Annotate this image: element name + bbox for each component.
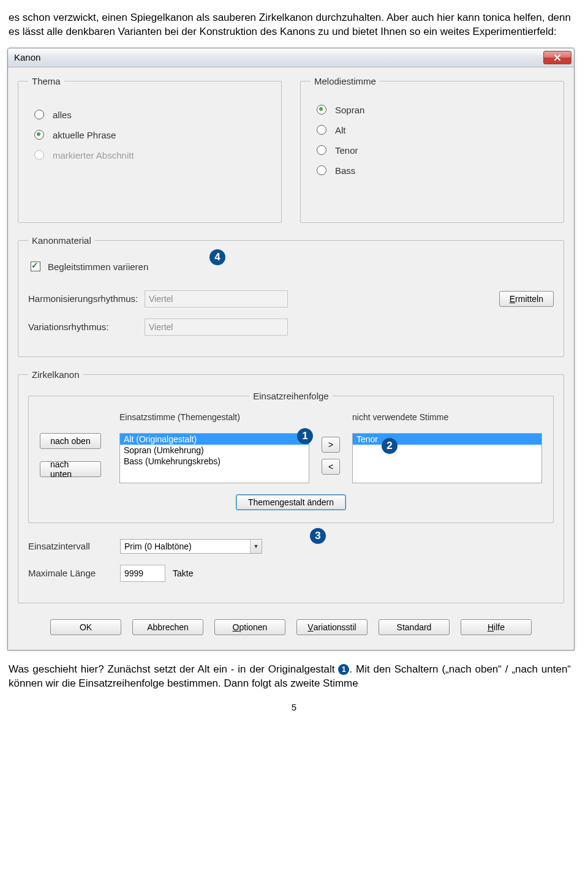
abbrechen-button[interactable]: Abbrechen — [132, 619, 203, 635]
melodiestimme-group: Melodiestimme Sopran Alt Tenor Bass — [300, 76, 564, 223]
hilfe-button[interactable]: Hilfe — [461, 619, 532, 635]
marker-2: 2 — [382, 438, 398, 454]
list-item[interactable]: Sopran (Umkehrung) — [120, 445, 309, 456]
radio-icon — [317, 125, 326, 135]
radio-icon — [34, 110, 44, 119]
thema-markiert: markierter Abschnitt — [34, 150, 271, 160]
harm-rhythmus-input — [145, 290, 288, 307]
move-right-button[interactable]: > — [322, 437, 340, 453]
melodie-tenor[interactable]: Tenor — [317, 145, 554, 156]
page-number: 5 — [0, 702, 588, 721]
nach-oben-button[interactable]: nach oben — [40, 433, 101, 449]
col-nicht-verwendet: nicht verwendete Stimme — [352, 412, 542, 422]
thema-markiert-label: markierter Abschnitt — [53, 150, 134, 160]
nach-unten-button[interactable]: nach unten — [40, 461, 101, 477]
inline-marker-1: 1 — [338, 664, 349, 675]
einsatzstimme-listbox[interactable]: Alt (Originalgestalt) Sopran (Umkehrung)… — [119, 433, 309, 483]
chevron-down-icon[interactable]: ▼ — [250, 540, 262, 553]
kanonmaterial-group: Kanonmaterial Begleitstimmen variieren 4… — [18, 235, 564, 357]
melodie-sopran[interactable]: Sopran — [317, 105, 554, 115]
radio-icon — [34, 150, 44, 160]
ok-button[interactable]: OK — [50, 619, 121, 635]
kanon-dialog: Kanon Thema alles aktuelle Phrase marki — [7, 48, 575, 650]
kanonmaterial-legend: Kanonmaterial — [28, 235, 95, 246]
begleit-label: Begleitstimmen variieren — [48, 262, 148, 272]
marker-1: 1 — [297, 428, 313, 444]
intro-paragraph: es schon verzwickt, einen Spiegelkanon a… — [0, 0, 588, 44]
radio-icon — [317, 165, 326, 175]
radio-icon — [34, 130, 44, 140]
marker-4: 4 — [209, 249, 225, 265]
melodie-alt[interactable]: Alt — [317, 125, 554, 135]
thema-alles[interactable]: alles — [34, 110, 271, 120]
standard-button[interactable]: Standard — [379, 619, 450, 635]
harm-rhythmus-label: Harmonisierungsrhythmus: — [28, 293, 145, 304]
maxlen-unit: Takte — [173, 568, 193, 578]
radio-icon — [317, 105, 326, 115]
marker-3: 3 — [310, 528, 326, 544]
nicht-verwendet-listbox[interactable]: Tenor — [352, 433, 542, 483]
zirkel-legend: Zirkelkanon — [28, 369, 83, 380]
outro-paragraph: Was geschieht hier? Zunächst setzt der A… — [0, 650, 588, 696]
melodiestimme-legend: Melodiestimme — [311, 76, 380, 86]
thema-aktuelle-label: aktuelle Phrase — [53, 130, 116, 140]
thema-aktuelle-phrase[interactable]: aktuelle Phrase — [34, 130, 271, 140]
einsatzreihenfolge-group: Einsatzreihenfolge Einsatzstimme (Themen… — [28, 391, 554, 523]
melodie-bass[interactable]: Bass — [317, 165, 554, 176]
maxlen-label: Maximale Länge — [28, 568, 120, 578]
list-item[interactable]: Alt (Originalgestalt) — [120, 434, 309, 445]
dialog-title: Kanon — [14, 52, 543, 62]
close-icon[interactable] — [543, 51, 571, 64]
melodie-sopran-label: Sopran — [335, 105, 364, 115]
checkbox-icon — [31, 262, 40, 271]
var-rhythmus-input — [145, 319, 288, 336]
combo-value: Prim (0 Halbtöne) — [121, 540, 250, 553]
einsatz-legend: Einsatzreihenfolge — [249, 391, 332, 401]
optionen-button[interactable]: Optionen — [214, 619, 285, 635]
melodie-tenor-label: Tenor — [335, 145, 358, 156]
zirkelkanon-group: Zirkelkanon Einsatzreihenfolge Einsatzst… — [18, 369, 564, 603]
einsatzintervall-combo[interactable]: Prim (0 Halbtöne) ▼ — [120, 539, 262, 554]
melodie-alt-label: Alt — [335, 125, 346, 135]
ermitteln-button[interactable]: Ermitteln — [499, 291, 554, 307]
list-item[interactable]: Bass (Umkehrungskrebs) — [120, 456, 309, 467]
einsatzintervall-label: Einsatzintervall — [28, 541, 120, 551]
var-rhythmus-label: Variationsrhythmus: — [28, 322, 145, 332]
thema-alles-label: alles — [53, 110, 72, 120]
radio-icon — [317, 145, 326, 155]
move-left-button[interactable]: < — [322, 459, 340, 475]
thema-group: Thema alles aktuelle Phrase markierter A… — [18, 76, 282, 223]
themengestalt-aendern-button[interactable]: Themengestalt ändern — [236, 494, 346, 510]
thema-legend: Thema — [28, 76, 64, 86]
variationsstil-button[interactable]: Variationsstil — [296, 619, 368, 635]
col-einsatzstimme: Einsatzstimme (Themengestalt) — [119, 412, 309, 422]
titlebar: Kanon — [8, 48, 574, 67]
list-item[interactable]: Tenor — [353, 434, 541, 445]
maxlen-input[interactable] — [120, 565, 165, 582]
begleitstimmen-variieren[interactable]: Begleitstimmen variieren — [31, 262, 554, 272]
melodie-bass-label: Bass — [335, 165, 355, 176]
